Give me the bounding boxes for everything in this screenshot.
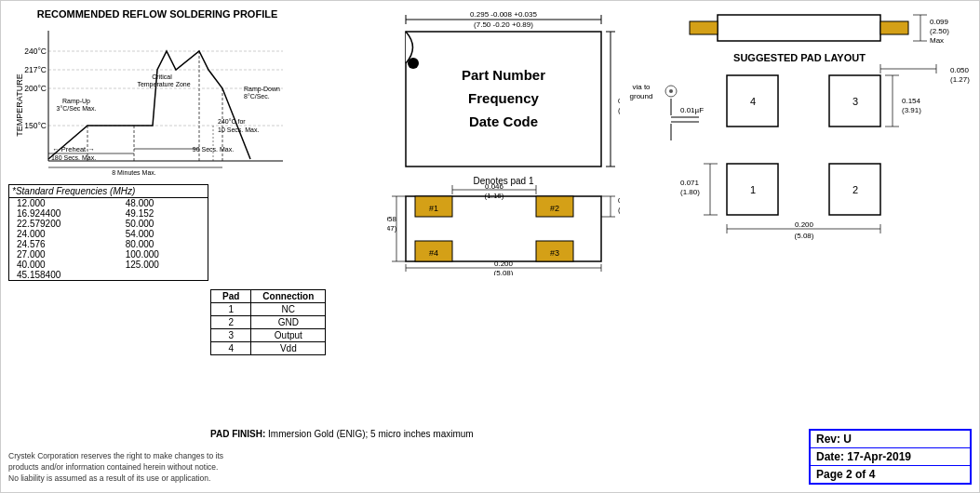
pad-layout-drawing: 0.099 (2.50) Max SUGGESTED PAD LAYOUT vi… <box>624 6 973 322</box>
svg-text:Ramp-Down: Ramp-Down <box>244 86 280 93</box>
svg-text:Temperature Zone: Temperature Zone <box>137 81 190 88</box>
freq-col1-cell: 16.924400 <box>9 208 118 219</box>
freq-data-table: 12.00048.00016.92440049.15222.57920050.0… <box>9 198 208 280</box>
svg-text:Max: Max <box>930 36 944 45</box>
reflow-section: RECOMMENDED REFLOW SOLDERING PROFILE TEM… <box>8 8 306 281</box>
svg-text:Denotes pad 1: Denotes pad 1 <box>473 176 533 186</box>
frequencies-title: *Standard Frequencies (MHz) <box>9 185 208 198</box>
freq-col2-cell: 125.000 <box>118 260 208 270</box>
pad-table-cell: GND <box>251 316 326 329</box>
svg-text:(5.08): (5.08) <box>494 269 514 275</box>
svg-text:0.200 ±0.015: 0.200 ±0.015 <box>618 97 620 105</box>
freq-col1-cell: 24.000 <box>9 229 118 239</box>
svg-text:SUGGESTED PAD LAYOUT: SUGGESTED PAD LAYOUT <box>733 52 866 63</box>
frequencies-table: *Standard Frequencies (MHz) 12.00048.000… <box>8 184 208 281</box>
svg-text:0.046: 0.046 <box>618 196 620 205</box>
svg-text:(1.16): (1.16) <box>485 192 504 200</box>
reflow-title: RECOMMENDED REFLOW SOLDERING PROFILE <box>8 8 306 20</box>
svg-text:0.046: 0.046 <box>485 182 504 191</box>
svg-text:#4: #4 <box>429 248 438 258</box>
pad-table-cell: 4 <box>211 342 251 355</box>
svg-point-89 <box>669 89 673 93</box>
freq-col1-cell: 27.000 <box>9 249 118 260</box>
svg-text:#2: #2 <box>550 204 559 213</box>
svg-text:2: 2 <box>852 184 858 195</box>
svg-text:180 Secs. Max.: 180 Secs. Max. <box>51 154 96 161</box>
svg-text:10 Secs. Max.: 10 Secs. Max. <box>218 127 259 133</box>
freq-col2-cell: 54.000 <box>118 229 208 239</box>
pad-finish-label: PAD FINISH: <box>210 429 265 439</box>
footer: Crystek Corporation reserves the right t… <box>8 451 325 485</box>
svg-text:200°C: 200°C <box>24 84 47 93</box>
freq-col1-cell: 12.000 <box>9 198 118 208</box>
svg-text:← Preheat →: ← Preheat → <box>52 145 94 153</box>
pad-table-cell: 3 <box>211 329 251 342</box>
svg-text:Critical: Critical <box>152 73 172 80</box>
svg-text:(7.50 -0.20 +0.89): (7.50 -0.20 +0.89) <box>474 20 533 29</box>
svg-text:Date Code: Date Code <box>469 113 538 129</box>
svg-text:240°C: 240°C <box>24 47 47 56</box>
svg-text:TEMPERATURE: TEMPERATURE <box>15 73 24 136</box>
rev-row: Rev: U <box>811 431 970 448</box>
svg-text:0.295 -0.008 +0.035: 0.295 -0.008 +0.035 <box>470 10 537 19</box>
revision-box: Rev: U Date: 17-Apr-2019 Page 2 of 4 <box>809 429 972 485</box>
freq-col2-cell <box>118 270 208 280</box>
svg-text:0.050: 0.050 <box>950 66 970 74</box>
connection-col-header: Connection <box>251 290 326 303</box>
svg-text:0.200: 0.200 <box>494 260 514 268</box>
svg-text:0.058: 0.058 <box>387 215 397 223</box>
svg-text:via to: via to <box>632 83 651 91</box>
date-row: Date: 17-Apr-2019 <box>811 448 970 466</box>
svg-rect-76 <box>718 15 880 41</box>
pad-table-cell: Vdd <box>251 342 326 355</box>
footer-line2: products and/or information contained he… <box>8 462 325 473</box>
svg-text:(5.08 ±0.38): (5.08 ±0.38) <box>618 106 620 114</box>
footer-line3: No liability is assumed as a result of i… <box>8 473 325 485</box>
pad-table-cell: 2 <box>211 316 251 329</box>
freq-col1-cell: 24.576 <box>9 239 118 249</box>
pad-table-cell: NC <box>251 303 326 316</box>
footer-line1: Crystek Corporation reserves the right t… <box>8 451 325 462</box>
freq-col2-cell: 100.000 <box>118 249 208 260</box>
svg-text:Part Number: Part Number <box>462 67 545 83</box>
svg-rect-78 <box>880 21 908 34</box>
freq-col1-cell: 22.579200 <box>9 219 118 229</box>
svg-text:(1.80): (1.80) <box>680 188 700 196</box>
svg-text:0.200: 0.200 <box>795 220 814 229</box>
svg-text:ground: ground <box>630 92 653 100</box>
svg-point-45 <box>408 58 419 69</box>
svg-text:0.154: 0.154 <box>902 97 921 105</box>
svg-text:3: 3 <box>852 96 858 107</box>
page-row: Page 2 of 4 <box>811 466 970 483</box>
svg-text:217°C: 217°C <box>24 65 47 74</box>
svg-text:1: 1 <box>750 184 756 195</box>
svg-text:#1: #1 <box>429 204 438 213</box>
reflow-chart: TEMPERATURE 240°C 217°C 200°C 150°C <box>8 21 297 175</box>
svg-text:(1.16): (1.16) <box>618 206 620 214</box>
svg-text:0.01µF: 0.01µF <box>680 106 704 114</box>
svg-text:(5.08): (5.08) <box>795 232 814 240</box>
pad-col-header: Pad <box>211 290 251 303</box>
freq-col1-cell: 40.000 <box>9 260 118 270</box>
svg-text:(1.47): (1.47) <box>387 224 397 233</box>
svg-rect-77 <box>690 21 718 34</box>
svg-text:#3: #3 <box>550 248 559 258</box>
freq-col2-cell: 50.000 <box>118 219 208 229</box>
svg-text:(3.91): (3.91) <box>902 106 921 114</box>
svg-text:4: 4 <box>750 96 756 107</box>
svg-text:(2.50): (2.50) <box>930 27 949 35</box>
svg-text:8°C/Sec.: 8°C/Sec. <box>244 93 270 100</box>
component-drawing: 0.295 -0.008 +0.035 (7.50 -0.20 +0.89) 0… <box>387 6 620 275</box>
svg-text:Ramp-Up: Ramp-Up <box>62 98 90 105</box>
pad-connection-section: Pad Connection 1NC2GND3Output4Vdd <box>210 289 326 355</box>
svg-text:240°C for: 240°C for <box>218 118 246 125</box>
pad-table-cell: 1 <box>211 303 251 316</box>
page: RECOMMENDED REFLOW SOLDERING PROFILE TEM… <box>0 0 980 493</box>
svg-text:(1.27): (1.27) <box>950 75 970 84</box>
svg-text:150°C: 150°C <box>24 121 47 130</box>
freq-col2-cell: 80.000 <box>118 239 208 249</box>
pad-table-cell: Output <box>251 329 326 342</box>
svg-text:0.071: 0.071 <box>680 179 700 187</box>
pad-connection-table: Pad Connection 1NC2GND3Output4Vdd <box>210 289 326 355</box>
freq-col1-cell: 45.158400 <box>9 270 118 280</box>
